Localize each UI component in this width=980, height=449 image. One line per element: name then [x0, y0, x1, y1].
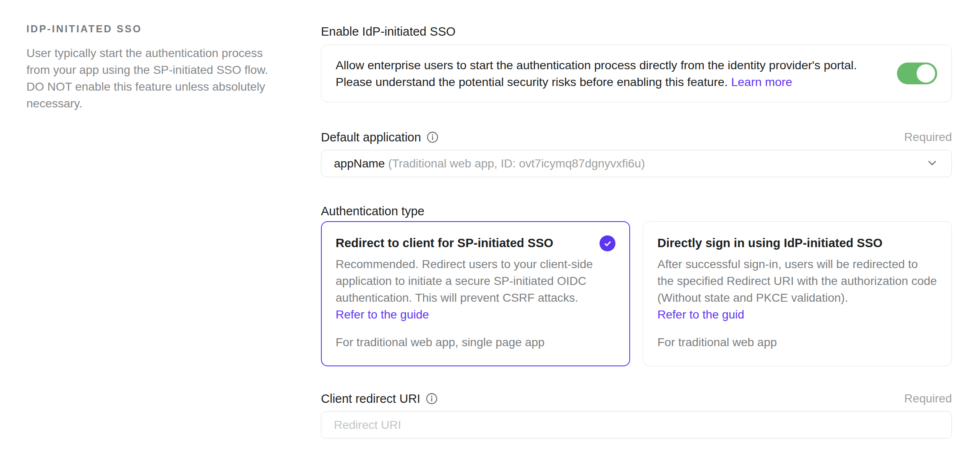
refer-to-guide-link[interactable]: Refer to the guid	[657, 306, 937, 323]
client-redirect-uri-label-text: Client redirect URI	[321, 390, 420, 407]
enable-sso-label-row: Enable IdP-initiated SSO	[321, 23, 952, 40]
authentication-type-label-text: Authentication type	[321, 203, 425, 219]
auth-option-footer: For traditional web app	[657, 324, 937, 351]
auth-option-description: After successful sign-in, users will be …	[657, 256, 937, 306]
authentication-type-options: Redirect to client for SP-initiated SSO …	[321, 221, 952, 366]
info-icon[interactable]	[426, 131, 439, 144]
check-icon	[599, 235, 615, 251]
auth-option-redirect-to-client[interactable]: Redirect to client for SP-initiated SSO …	[321, 221, 630, 366]
default-application-value: appName (Traditional web app, ID: ovt7ic…	[334, 157, 645, 170]
enable-sso-card: Allow enterprise users to start the auth…	[321, 44, 952, 102]
client-redirect-uri-label-row: Client redirect URI Required	[321, 390, 952, 407]
learn-more-link[interactable]: Learn more	[731, 75, 792, 89]
authentication-type-label: Authentication type	[321, 203, 425, 219]
chevron-down-icon	[925, 156, 939, 171]
enable-sso-label-text: Enable IdP-initiated SSO	[321, 23, 456, 40]
auth-option-directly-sign-in[interactable]: Directly sign in using IdP-initiated SSO…	[643, 221, 952, 366]
enable-sso-label: Enable IdP-initiated SSO	[321, 23, 456, 40]
toggle-knob	[917, 64, 935, 83]
client-redirect-uri-label: Client redirect URI	[321, 390, 438, 407]
auth-option-title: Redirect to client for SP-initiated SSO	[336, 234, 553, 252]
auth-option-footer: For traditional web app, single page app	[336, 324, 615, 351]
enable-sso-description: Allow enterprise users to start the auth…	[336, 57, 878, 90]
selected-app-detail: (Traditional web app, ID: ovt7icymq87dgn…	[388, 157, 645, 170]
required-badge: Required	[904, 131, 952, 144]
auth-option-description: Recommended. Redirect users to your clie…	[336, 256, 615, 306]
default-application-label-row: Default application Required	[321, 129, 952, 146]
section-description: User typically start the authentication …	[26, 45, 277, 112]
default-application-label-text: Default application	[321, 129, 421, 146]
idp-initiated-sso-settings-page: IDP-INITIATED SSO User typically start t…	[0, 0, 980, 439]
section-sidebar: IDP-INITIATED SSO User typically start t…	[26, 23, 321, 439]
auth-option-header: Directly sign in using IdP-initiated SSO	[657, 234, 937, 252]
selected-app-name: appName	[334, 157, 385, 170]
enable-sso-description-line1: Allow enterprise users to start the auth…	[336, 58, 857, 72]
settings-form: Enable IdP-initiated SSO Allow enterpris…	[321, 23, 952, 439]
info-icon[interactable]	[425, 392, 438, 405]
default-application-label: Default application	[321, 129, 439, 146]
default-application-select[interactable]: appName (Traditional web app, ID: ovt7ic…	[321, 150, 952, 177]
enable-sso-toggle[interactable]	[897, 63, 937, 84]
auth-option-header: Redirect to client for SP-initiated SSO	[336, 234, 615, 252]
required-badge: Required	[904, 392, 952, 405]
authentication-type-label-row: Authentication type	[321, 203, 952, 219]
section-heading: IDP-INITIATED SSO	[26, 23, 296, 35]
refer-to-guide-link[interactable]: Refer to the guide	[336, 306, 615, 323]
enable-sso-description-line2: Please understand the potential security…	[336, 75, 728, 89]
redirect-uri-input[interactable]	[321, 411, 952, 439]
auth-option-title: Directly sign in using IdP-initiated SSO	[657, 234, 883, 252]
